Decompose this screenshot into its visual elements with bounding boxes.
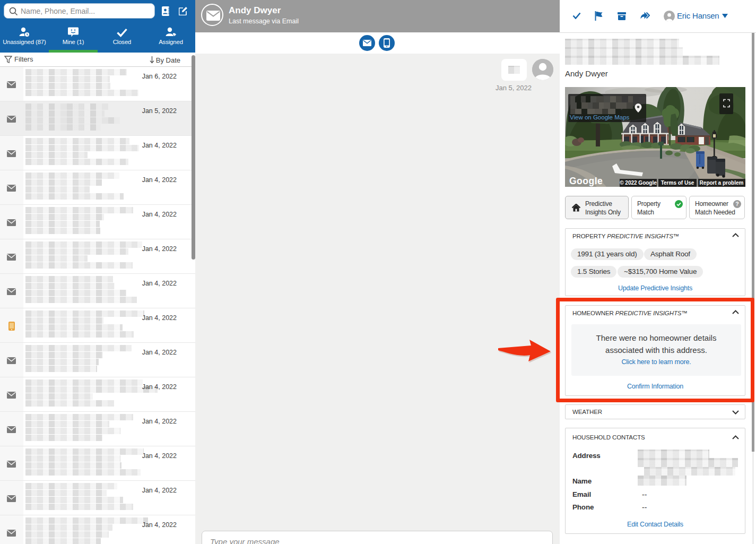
- svg-text:Terms of Use: Terms of Use: [661, 180, 694, 186]
- svg-text:View on Google Maps: View on Google Maps: [570, 114, 630, 120]
- svg-text:Report a problem: Report a problem: [700, 180, 744, 186]
- svg-text:© 2022 Google: © 2022 Google: [620, 180, 657, 186]
- svg-text:?: ?: [735, 201, 738, 207]
- svg-text:Google: Google: [569, 176, 603, 186]
